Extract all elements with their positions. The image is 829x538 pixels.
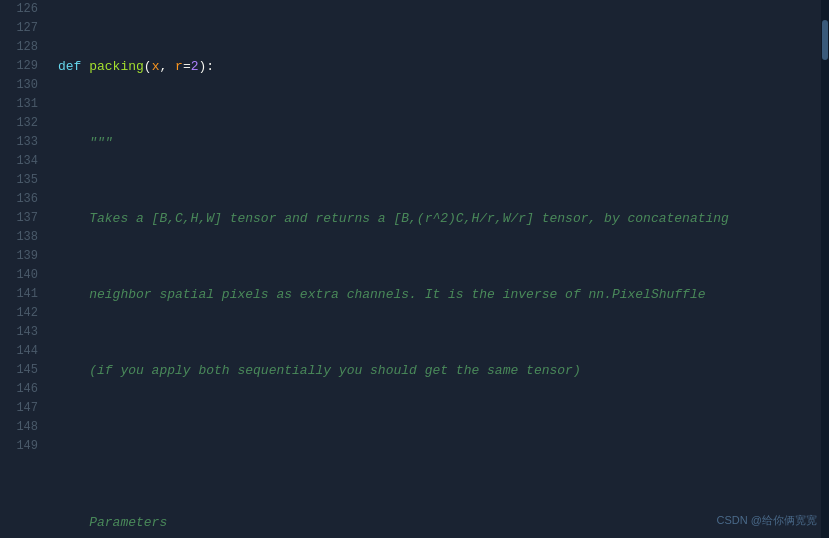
line-num-132: 132 bbox=[4, 114, 38, 133]
line-num-126: 126 bbox=[4, 0, 38, 19]
docstring-open: """ bbox=[58, 133, 113, 152]
line-num-127: 127 bbox=[4, 19, 38, 38]
line-num-139: 139 bbox=[4, 247, 38, 266]
line-num-147: 147 bbox=[4, 399, 38, 418]
doc-params-header: Parameters bbox=[58, 513, 167, 532]
line-num-137: 137 bbox=[4, 209, 38, 228]
code-line-126: ▼ def packing(x, r=2): bbox=[58, 57, 821, 76]
watermark: CSDN @给你俩宽宽 bbox=[717, 511, 817, 530]
doc-text-128: Takes a [B,C,H,W] tensor and returns a [… bbox=[58, 209, 729, 228]
param-r: r bbox=[175, 57, 183, 76]
code-line-132: Parameters bbox=[58, 513, 821, 532]
line-num-128: 128 bbox=[4, 38, 38, 57]
paren-close: ): bbox=[199, 57, 215, 76]
line-num-131: 131 bbox=[4, 95, 38, 114]
equals: = bbox=[183, 57, 191, 76]
comma1: , bbox=[159, 57, 175, 76]
code-line-131 bbox=[58, 437, 821, 456]
code-line-127: ▼ """ bbox=[58, 133, 821, 152]
code-line-129: neighbor spatial pixels as extra channel… bbox=[58, 285, 821, 304]
line-num-130: 130 bbox=[4, 76, 38, 95]
line-num-148: 148 bbox=[4, 418, 38, 437]
line-num-144: 144 bbox=[4, 342, 38, 361]
line-num-142: 142 bbox=[4, 304, 38, 323]
line-numbers: 126 127 128 129 130 131 132 133 134 135 … bbox=[0, 0, 50, 538]
function-name-packing: packing bbox=[89, 57, 144, 76]
scrollbar-thumb[interactable] bbox=[822, 20, 828, 60]
default-val-2: 2 bbox=[191, 57, 199, 76]
line-num-143: 143 bbox=[4, 323, 38, 342]
line-num-134: 134 bbox=[4, 152, 38, 171]
code-lines[interactable]: ▼ def packing(x, r=2): ▼ """ Takes a [B,… bbox=[50, 0, 821, 538]
line-num-141: 141 bbox=[4, 285, 38, 304]
code-editor: 126 127 128 129 130 131 132 133 134 135 … bbox=[0, 0, 829, 538]
scrollbar[interactable] bbox=[821, 0, 829, 538]
keyword-def: def bbox=[58, 57, 89, 76]
line-num-146: 146 bbox=[4, 380, 38, 399]
doc-text-129: neighbor spatial pixels as extra channel… bbox=[58, 285, 706, 304]
line-num-138: 138 bbox=[4, 228, 38, 247]
line-num-140: 140 bbox=[4, 266, 38, 285]
line-num-149: 149 bbox=[4, 437, 38, 456]
param-x: x bbox=[152, 57, 160, 76]
code-line-128: Takes a [B,C,H,W] tensor and returns a [… bbox=[58, 209, 821, 228]
paren-open: ( bbox=[144, 57, 152, 76]
line-num-136: 136 bbox=[4, 190, 38, 209]
doc-text-130: (if you apply both sequentially you shou… bbox=[58, 361, 581, 380]
code-area: 126 127 128 129 130 131 132 133 134 135 … bbox=[0, 0, 829, 538]
code-line-130: (if you apply both sequentially you shou… bbox=[58, 361, 821, 380]
line-num-133: 133 bbox=[4, 133, 38, 152]
line-num-145: 145 bbox=[4, 361, 38, 380]
line-num-129: 129 bbox=[4, 57, 38, 76]
line-num-135: 135 bbox=[4, 171, 38, 190]
